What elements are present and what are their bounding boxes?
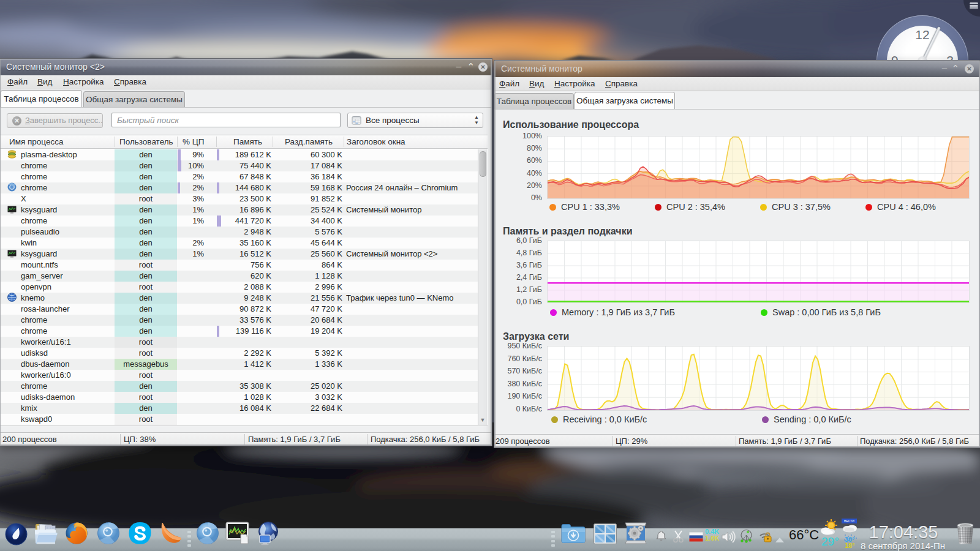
svg-text:ВЕСТИ: ВЕСТИ: [844, 519, 854, 523]
